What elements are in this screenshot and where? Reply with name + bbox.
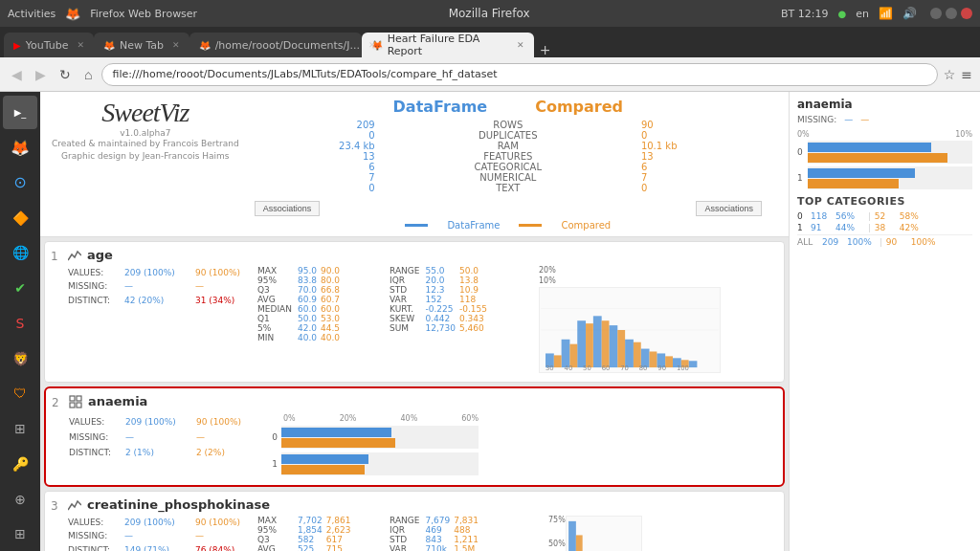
svg-rect-19 (665, 356, 673, 367)
sidebar-item-brave[interactable]: 🛡 (3, 377, 37, 410)
age-max-df: 95.0 (298, 266, 321, 276)
rp-cat-val-1: 1 (797, 223, 807, 232)
feature-age-inner: age VALUES: 209 (100%) 90 (100%) MISSING… (55, 248, 774, 376)
sidebar: ▶_ 🦊 ⊙ 🔶 🌐 ✔ S 🦁 🛡 ⊞ 🔑 ⊕ ⊞ (0, 92, 40, 551)
sidebar-item-check[interactable]: ✔ (3, 272, 37, 305)
creatinine-missing-cmp: — (195, 529, 204, 542)
minimize-btn[interactable] (930, 8, 942, 19)
rp-bar-track-1 (808, 166, 972, 189)
feature-age-header: age (68, 248, 774, 262)
anaemia-distinct-label: DISTINCT: (69, 445, 122, 460)
anaemia-values-cmp: 90 (100%) (196, 414, 241, 430)
df-dups-val: 0 (255, 130, 379, 141)
sv-row-text: 0 TEXT 0 (255, 183, 762, 193)
df-rows-val: 209 (255, 120, 379, 130)
sidebar-item-grid[interactable]: ⊞ (3, 412, 37, 446)
browser-label: Firefox Web Browser (90, 8, 197, 20)
sidebar-item-circle[interactable]: ⊙ (3, 165, 37, 199)
rp-missing-df: — (844, 115, 853, 124)
cre-std-df: 843 (425, 535, 454, 544)
df-title: DataFrame (393, 98, 488, 116)
cre-var-lbl: VAR (390, 544, 425, 551)
anaemia-bar-track-0 (281, 426, 479, 449)
svg-rect-30 (77, 396, 81, 401)
age-sum-cmp: 5,460 (459, 323, 487, 333)
anaemia-bar-blue-0 (281, 428, 391, 437)
age-p95-label: 95% (257, 276, 298, 285)
bookmark-icon[interactable]: ☆ (944, 67, 956, 82)
tab-newtab-close[interactable]: ✕ (172, 40, 180, 50)
rp-bar-label-1: 1 (797, 173, 805, 183)
forward-button[interactable]: ▶ (32, 65, 50, 84)
age-range-label: RANGE (390, 266, 425, 276)
svg-rect-6 (609, 325, 617, 367)
age-iqr-cmp: 13.8 (459, 276, 487, 285)
sv-row-features: 13 FEATURES 13 (255, 151, 762, 162)
df-ram-val: 23.4 kb (255, 141, 379, 151)
sidebar-item-key[interactable]: 🔑 (3, 447, 37, 480)
tab-home-close[interactable]: ✕ (368, 40, 376, 50)
cre-range-df: 7,679 (425, 516, 454, 525)
anaemia-missing-row: MISSING: — — (69, 430, 260, 445)
age-sum-df: 12,730 (425, 323, 459, 333)
tab-youtube[interactable]: ▶ YouTube ✕ (4, 33, 94, 57)
feature-age-num: 1 (51, 250, 58, 263)
cre-p95-cmp: 2,623 (326, 525, 351, 535)
home-button[interactable]: ⌂ (80, 65, 96, 84)
svg-rect-14 (586, 323, 593, 367)
sidebar-item-more[interactable]: ⊕ (3, 482, 37, 517)
activities-label[interactable]: Activities (8, 8, 56, 20)
tab-hf[interactable]: 🦊 Heart Failure EDA Report ✕ (362, 33, 534, 57)
anaemia-bar-axis: 0% 20% 40% 60% (268, 414, 479, 423)
sidebar-item-terminal[interactable]: ▶_ (3, 96, 37, 129)
tab-newtab[interactable]: 🦊 New Tab ✕ (94, 33, 189, 57)
svg-rect-15 (602, 320, 610, 367)
svg-rect-16 (617, 330, 625, 367)
address-bar[interactable]: file:///home/rooot/Documents/JLabs/MLTut… (101, 63, 937, 86)
window-controls[interactable] (930, 8, 972, 19)
maximize-btn[interactable] (946, 8, 957, 19)
age-std-cmp: 10.9 (459, 285, 487, 295)
age-q1-cmp: 53.0 (321, 314, 340, 323)
anaemia-values-label: VALUES: (69, 414, 122, 430)
tab-hf-close[interactable]: ✕ (517, 40, 524, 50)
age-hist-label1: 20% (539, 266, 721, 275)
sidebar-item-chrome[interactable]: 🌐 (3, 236, 37, 270)
tab-home[interactable]: 🦊 /home/rooot/Documents/J... ✕ (189, 33, 362, 57)
menu-icon[interactable]: ≡ (961, 67, 972, 82)
right-panel: anaemia MISSING: — — 0% 10% 0 1 (789, 92, 980, 551)
sidebar-item-lion[interactable]: 🦁 (3, 342, 37, 375)
svg-rect-38 (576, 535, 583, 551)
feature-anaemia-body: VALUES: 209 (100%) 90 (100%) MISSING: — … (69, 414, 773, 479)
new-tab-button[interactable]: + (534, 42, 557, 57)
rp-axis-10: 10% (955, 130, 972, 139)
rp-all-label: ALL (797, 237, 818, 247)
close-btn[interactable] (961, 8, 972, 19)
reload-button[interactable]: ↻ (56, 65, 75, 84)
wifi-icon: 📶 (879, 7, 893, 20)
anaemia-missing-label: MISSING: (69, 430, 122, 445)
window-title: Mozilla Firefox (449, 7, 530, 20)
assoc-left-btn[interactable]: Associations (255, 201, 321, 216)
sidebar-item-grid2[interactable]: ⊞ (3, 517, 37, 551)
tab-youtube-close[interactable]: ✕ (77, 40, 84, 50)
anaemia-bar-row-0: 0 (268, 426, 479, 449)
cre-range-cmp: 7,831 (454, 516, 479, 525)
anaemia-values-df: 209 (100%) (125, 414, 192, 430)
back-button[interactable]: ◀ (8, 65, 26, 84)
sv-credit1: Created & maintained by Francois Bertran… (52, 138, 239, 150)
rp-all-blue: 209 (822, 237, 843, 247)
anaemia-bar-label-1: 1 (268, 459, 278, 469)
sidebar-item-vlc[interactable]: 🔶 (3, 201, 37, 234)
bar-axis-20: 20% (340, 414, 357, 423)
age-distinct-label: DISTINCT: (68, 294, 121, 307)
assoc-right-btn[interactable]: Associations (696, 201, 762, 216)
time-label: BT 12:19 (781, 8, 828, 20)
sidebar-item-firefox[interactable]: 🦊 (3, 131, 37, 165)
rp-all-blue-pct: 100% (847, 237, 876, 247)
rp-cat-row-1: 1 91 44% | 38 42% (797, 223, 972, 232)
sidebar-item-s[interactable]: S (3, 306, 37, 340)
rp-axis-0: 0% (797, 130, 810, 139)
cre-avg-df: 525 (298, 544, 326, 551)
df-num-val: 7 (255, 172, 379, 183)
